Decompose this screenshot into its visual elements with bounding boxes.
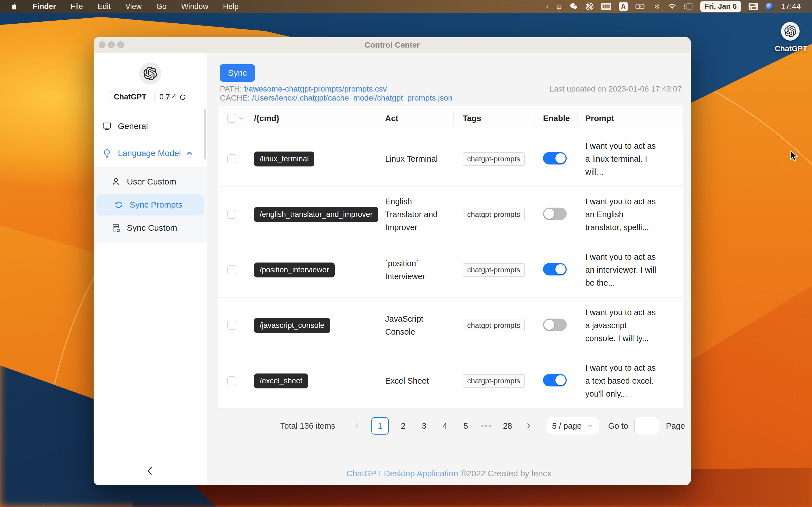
bluetooth-icon[interactable] bbox=[653, 3, 661, 10]
menu-go[interactable]: Go bbox=[156, 2, 167, 11]
cache-line: CACHE: /Users/lencx/.chatgpt/cache_model… bbox=[220, 94, 453, 103]
cache-link[interactable]: /Users/lencx/.chatgpt/cache_model/chatgp… bbox=[252, 94, 453, 102]
desktop-icon-chatgpt[interactable]: ChatGPT bbox=[775, 22, 806, 53]
prompt-cell: I want you to act as an interviewer. I w… bbox=[577, 250, 683, 289]
page-size-select[interactable]: 5 / page bbox=[547, 417, 599, 435]
app-name-badge: ChatGPT bbox=[109, 91, 151, 103]
collapse-sidebar-button[interactable] bbox=[144, 465, 156, 477]
prompt-cell: I want you to act as a linux terminal. I… bbox=[577, 139, 683, 178]
menu-help[interactable]: Help bbox=[223, 2, 239, 11]
sidebar-item-language-model[interactable]: Language Model bbox=[94, 144, 207, 163]
stage-manager-icon[interactable] bbox=[684, 3, 693, 10]
menu-window[interactable]: Window bbox=[181, 2, 208, 11]
globe-icon[interactable] bbox=[766, 3, 773, 10]
goto-label: Go to bbox=[608, 421, 628, 431]
row-checkbox[interactable] bbox=[227, 154, 236, 163]
apple-menu-icon[interactable] bbox=[11, 3, 18, 10]
menu-bar-date[interactable]: Fri, Jan 6 bbox=[700, 1, 741, 11]
battery-charging-icon[interactable] bbox=[636, 4, 646, 9]
footer-link[interactable]: ChatGPT Desktop Application bbox=[347, 469, 458, 478]
menu-file[interactable]: File bbox=[71, 2, 83, 11]
page-button-2[interactable]: 2 bbox=[397, 417, 410, 435]
cmd-pill: /english_translator_and_improver bbox=[254, 207, 378, 222]
user-icon bbox=[111, 177, 121, 186]
refresh-icon[interactable] bbox=[179, 94, 186, 101]
segmented-battery-icon[interactable] bbox=[601, 3, 611, 10]
header-cmd[interactable]: /{cmd} bbox=[252, 114, 377, 123]
chevron-down-icon[interactable] bbox=[238, 115, 245, 122]
control-center-window: Control Center ChatGPT 0.7.4 General Lan… bbox=[94, 37, 691, 485]
sidebar-item-sync-prompts[interactable]: Sync Prompts bbox=[96, 194, 204, 216]
sidebar-scrollbar[interactable] bbox=[204, 109, 206, 159]
next-page-button[interactable] bbox=[522, 417, 535, 435]
table-row: /english_translator_and_improver English… bbox=[218, 186, 683, 242]
enable-toggle[interactable] bbox=[543, 263, 567, 276]
sync-button[interactable]: Sync bbox=[220, 64, 255, 82]
menu-view[interactable]: View bbox=[125, 2, 142, 11]
act-cell: Excel Sheet bbox=[377, 374, 453, 387]
mouse-cursor bbox=[790, 151, 799, 162]
sidebar-item-label: Language Model bbox=[118, 149, 181, 158]
sidebar-item-general[interactable]: General bbox=[94, 116, 207, 136]
enable-toggle[interactable] bbox=[543, 319, 567, 331]
row-checkbox[interactable] bbox=[227, 265, 236, 274]
main-content: Sync PATH: f/awesome-chatgpt-prompts/pro… bbox=[207, 53, 691, 485]
row-checkbox[interactable] bbox=[227, 210, 236, 219]
minimize-button[interactable] bbox=[108, 41, 115, 48]
sidebar-item-user-custom[interactable]: User Custom bbox=[94, 171, 207, 192]
header-tags[interactable]: Tags bbox=[453, 114, 535, 123]
tag-badge: chatgpt-prompts bbox=[463, 208, 525, 221]
header-prompt[interactable]: Prompt bbox=[577, 112, 683, 125]
chatgpt-app-icon[interactable] bbox=[781, 22, 800, 41]
chatgpt-menubar-icon[interactable] bbox=[586, 3, 594, 10]
monitor-icon bbox=[102, 121, 112, 131]
zoom-button[interactable] bbox=[117, 41, 124, 48]
openai-logo-icon bbox=[144, 67, 157, 80]
menu-app-name[interactable]: Finder bbox=[33, 2, 56, 11]
trident-icon[interactable]: ψ bbox=[556, 3, 562, 10]
page-button-28[interactable]: 28 bbox=[501, 417, 514, 435]
goto-page-input[interactable] bbox=[635, 417, 659, 435]
close-button[interactable] bbox=[99, 41, 105, 48]
page-button-4[interactable]: 4 bbox=[439, 417, 451, 435]
cache-label: CACHE: bbox=[220, 94, 250, 102]
window-body: ChatGPT 0.7.4 General Language Model Use… bbox=[94, 53, 691, 485]
header-act[interactable]: Act bbox=[377, 112, 453, 125]
sidebar-item-label: General bbox=[118, 121, 148, 131]
chevron-up-icon bbox=[185, 149, 194, 158]
row-checkbox[interactable] bbox=[227, 376, 236, 385]
menu-bar: Finder File Edit View Go Window Help ‹ ψ… bbox=[0, 0, 812, 13]
prompt-cell: I want you to act as a javascript consol… bbox=[577, 306, 683, 345]
pagination-ellipsis[interactable]: ••• bbox=[480, 417, 493, 435]
enable-toggle[interactable] bbox=[543, 208, 567, 220]
page-button-1[interactable]: 1 bbox=[371, 417, 389, 435]
act-cell: `position` Interviewer bbox=[377, 257, 453, 283]
menu-bar-status-area: ‹ ψ A Fri, Jan 6 17:44 bbox=[546, 1, 812, 11]
input-source-icon[interactable]: A bbox=[619, 2, 628, 11]
table-row: /excel_sheet Excel Sheet chatgpt-prompts… bbox=[218, 353, 683, 408]
control-center-icon[interactable] bbox=[749, 3, 758, 10]
table-row: /linux_terminal Linux Terminal chatgpt-p… bbox=[218, 131, 683, 186]
tag-badge: chatgpt-prompts bbox=[463, 152, 525, 166]
page-button-3[interactable]: 3 bbox=[417, 417, 430, 435]
path-link[interactable]: f/awesome-chatgpt-prompts/prompts.csv bbox=[244, 84, 387, 93]
enable-toggle[interactable] bbox=[543, 374, 567, 386]
sidebar-item-label: Sync Custom bbox=[127, 223, 177, 233]
version-badge[interactable]: 0.7.4 bbox=[154, 91, 191, 103]
menu-edit[interactable]: Edit bbox=[98, 2, 111, 11]
sidebar-item-sync-custom[interactable]: Sync Custom bbox=[94, 217, 207, 238]
hidden-items-chevron-icon[interactable]: ‹ bbox=[546, 3, 548, 10]
sidebar-app-logo bbox=[139, 62, 161, 84]
header-enable[interactable]: Enable bbox=[535, 114, 577, 123]
menu-bar-clock[interactable]: 17:44 bbox=[781, 2, 801, 11]
page-button-5[interactable]: 5 bbox=[459, 417, 472, 435]
previous-page-button[interactable] bbox=[350, 417, 363, 435]
prompts-table: /{cmd} Act Tags Enable Prompt /linux_ter… bbox=[218, 106, 683, 409]
wifi-icon[interactable] bbox=[668, 3, 676, 10]
window-title-bar[interactable]: Control Center bbox=[94, 37, 691, 53]
act-cell: JavaScript Console bbox=[377, 313, 453, 338]
wechat-icon[interactable] bbox=[569, 2, 578, 11]
row-checkbox[interactable] bbox=[227, 321, 236, 330]
select-all-checkbox[interactable] bbox=[227, 114, 236, 123]
enable-toggle[interactable] bbox=[543, 152, 567, 165]
